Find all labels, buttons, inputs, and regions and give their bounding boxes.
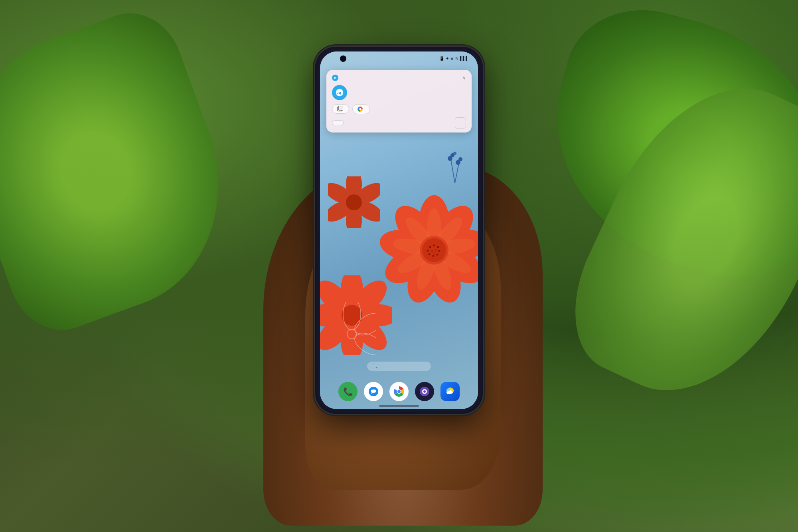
notification-header-left bbox=[332, 75, 341, 81]
wallpaper: 📳 ✦ ◈ ℕ ▌▌▌ bbox=[320, 51, 478, 409]
telegram-logo bbox=[335, 88, 344, 97]
svg-point-53 bbox=[453, 152, 456, 155]
telegram-avatar bbox=[332, 85, 347, 100]
dock-phone-app[interactable]: 📞 bbox=[338, 382, 358, 401]
app-dock: 📞 bbox=[338, 382, 460, 401]
notification-body bbox=[332, 84, 466, 100]
app4-icon bbox=[419, 386, 430, 397]
wifi-icon: ◈ bbox=[450, 56, 454, 61]
open-link-button[interactable] bbox=[352, 104, 370, 114]
telegram-small-icon bbox=[332, 75, 338, 81]
messages-icon bbox=[368, 386, 379, 397]
svg-point-27 bbox=[427, 249, 429, 251]
svg-point-30 bbox=[434, 253, 435, 254]
svg-point-21 bbox=[433, 244, 435, 246]
bluetooth-icon: ✦ bbox=[446, 56, 449, 61]
dock-chrome-app[interactable] bbox=[389, 382, 409, 401]
svg-point-19 bbox=[422, 238, 446, 262]
svg-point-64 bbox=[423, 390, 426, 393]
svg-point-20 bbox=[429, 246, 431, 248]
phone-app-icon: 📞 bbox=[343, 387, 353, 396]
svg-point-29 bbox=[435, 249, 437, 251]
search-icon: 🔍 bbox=[373, 364, 377, 368]
svg-point-54 bbox=[343, 302, 361, 330]
svg-point-61 bbox=[397, 390, 401, 393]
copy-code-button[interactable] bbox=[332, 104, 349, 114]
network-icon: ℕ bbox=[455, 56, 458, 61]
notification-card: ∨ bbox=[326, 70, 472, 133]
shelf-icon bbox=[444, 386, 456, 397]
home-indicator[interactable] bbox=[379, 405, 419, 407]
berries-decoration bbox=[443, 151, 467, 187]
copy-icon bbox=[337, 107, 342, 111]
svg-point-28 bbox=[431, 250, 433, 252]
svg-point-23 bbox=[439, 250, 440, 252]
phone-body: 📳 ✦ ◈ ℕ ▌▌▌ bbox=[315, 47, 483, 414]
svg-point-26 bbox=[429, 253, 431, 255]
svg-point-57 bbox=[347, 329, 357, 339]
svg-point-68 bbox=[449, 390, 452, 394]
search-bar[interactable]: 🔍 bbox=[367, 362, 431, 371]
phone-screen: 📳 ✦ ◈ ℕ ▌▌▌ bbox=[320, 51, 478, 409]
front-camera bbox=[340, 55, 346, 62]
svg-point-24 bbox=[437, 253, 439, 255]
svg-point-25 bbox=[433, 255, 435, 257]
svg-point-52 bbox=[458, 157, 462, 161]
svg-point-46 bbox=[346, 194, 362, 210]
svg-line-47 bbox=[451, 159, 455, 183]
svg-line-48 bbox=[455, 163, 459, 183]
svg-point-22 bbox=[437, 246, 439, 248]
flower-main bbox=[378, 194, 478, 306]
dock-app5[interactable] bbox=[440, 382, 460, 401]
dock-app4[interactable] bbox=[415, 382, 434, 401]
notification-actions bbox=[332, 104, 466, 114]
svg-point-56 bbox=[351, 328, 375, 360]
dock-messages-app[interactable] bbox=[364, 382, 383, 401]
chrome-dock-icon bbox=[393, 386, 405, 398]
floral-lineart bbox=[328, 302, 376, 366]
chrome-icon bbox=[358, 107, 363, 112]
status-icons: 📳 ✦ ◈ ℕ ▌▌▌ bbox=[439, 56, 470, 61]
notification-text bbox=[351, 84, 466, 100]
phone-wrapper: 📳 ✦ ◈ ℕ ▌▌▌ bbox=[295, 47, 503, 486]
svg-point-55 bbox=[351, 309, 375, 340]
notification-header: ∨ bbox=[332, 75, 466, 81]
flower-tiny bbox=[328, 176, 380, 228]
notification-bottom-row bbox=[332, 117, 466, 129]
mark-as-read-button[interactable] bbox=[332, 121, 344, 125]
expand-button[interactable] bbox=[455, 117, 466, 129]
signal-bars: ▌▌▌ bbox=[460, 56, 468, 61]
notification-chevron-icon[interactable]: ∨ bbox=[462, 75, 466, 81]
vibrate-icon: 📳 bbox=[439, 56, 444, 61]
